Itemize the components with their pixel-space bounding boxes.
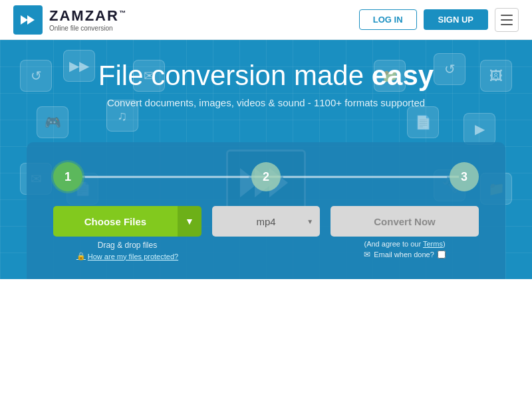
login-button[interactable]: LOG IN bbox=[359, 9, 417, 30]
logo-tagline: Online file conversion bbox=[49, 25, 127, 32]
hamburger-line1 bbox=[501, 15, 513, 16]
terms-text: (And agree to our Terms) bbox=[364, 240, 446, 248]
choose-files-dropdown[interactable]: ▼ bbox=[178, 206, 201, 237]
email-checkbox[interactable] bbox=[438, 251, 446, 258]
hero-section: ↺ ▶▶ ✉ 🎮 ♫ ✉ 📄 🖼 ↺ 📁 ▶ 📄 📁 🔧 File conver… bbox=[0, 40, 532, 279]
actions-row: Choose Files ▼ Drag & drop files 🔒 How a… bbox=[53, 206, 479, 260]
step-divider-2 bbox=[283, 176, 447, 178]
step-3-circle: 3 bbox=[450, 162, 479, 191]
float-icon-9: ↺ bbox=[434, 53, 466, 85]
choose-files-button[interactable]: Choose Files bbox=[53, 206, 178, 237]
float-icon-8: 🖼 bbox=[480, 60, 512, 92]
zamzar-logo-icon bbox=[13, 5, 43, 35]
drag-drop-label: Drag & drop files bbox=[98, 241, 157, 250]
format-select-wrapper[interactable]: mp4 mp3 avi mov pdf bbox=[212, 206, 320, 237]
header: ZAMZAR™ Online file conversion LOG IN SI… bbox=[0, 0, 532, 40]
step-divider-1 bbox=[85, 176, 249, 178]
step-2-circle: 2 bbox=[251, 162, 281, 191]
float-icon-1: ↺ bbox=[20, 60, 52, 92]
logo-text: ZAMZAR™ Online file conversion bbox=[49, 7, 127, 32]
format-select-col: mp4 mp3 avi mov pdf bbox=[212, 206, 320, 237]
lock-icon: 🔒 bbox=[76, 252, 86, 260]
conversion-card: 1 2 3 Choose Files ▼ Drag & drop files bbox=[27, 142, 505, 279]
float-icon-11: ▶ bbox=[464, 113, 495, 145]
float-icon-12: 📄 bbox=[407, 106, 439, 138]
logo-area: ZAMZAR™ Online file conversion bbox=[13, 5, 127, 35]
email-icon: ✉ bbox=[364, 250, 370, 259]
step-1-circle: 1 bbox=[53, 162, 82, 191]
format-select[interactable]: mp4 mp3 avi mov pdf bbox=[212, 206, 320, 237]
protected-link[interactable]: 🔒 How are my files protected? bbox=[76, 252, 178, 260]
logo-name: ZAMZAR™ bbox=[49, 7, 127, 25]
hamburger-line3 bbox=[501, 24, 513, 25]
convert-col: Convert Now (And agree to our Terms) ✉ E… bbox=[331, 206, 479, 259]
convert-button[interactable]: Convert Now bbox=[331, 206, 479, 237]
svg-marker-1 bbox=[27, 15, 35, 25]
hero-subtitle: Convert documents, images, videos & soun… bbox=[107, 97, 425, 108]
choose-files-button-group: Choose Files ▼ bbox=[53, 206, 201, 237]
hamburger-menu[interactable] bbox=[495, 8, 519, 32]
hero-title: File conversion made easy bbox=[98, 60, 434, 92]
hamburger-line2 bbox=[501, 19, 513, 21]
email-row: ✉ Email when done? bbox=[364, 250, 446, 259]
choose-files-col: Choose Files ▼ Drag & drop files 🔒 How a… bbox=[53, 206, 201, 260]
float-icon-2: ▶▶ bbox=[63, 50, 95, 82]
email-label: Email when done? bbox=[374, 251, 434, 258]
terms-link[interactable]: Terms bbox=[423, 240, 443, 248]
dropdown-arrow-icon: ▼ bbox=[185, 216, 194, 227]
signup-button[interactable]: SIGN UP bbox=[424, 9, 488, 30]
steps-row: 1 2 3 bbox=[53, 162, 479, 191]
svg-marker-0 bbox=[21, 15, 28, 25]
header-buttons: LOG IN SIGN UP bbox=[359, 8, 519, 32]
float-icon-4: 🎮 bbox=[37, 106, 68, 138]
